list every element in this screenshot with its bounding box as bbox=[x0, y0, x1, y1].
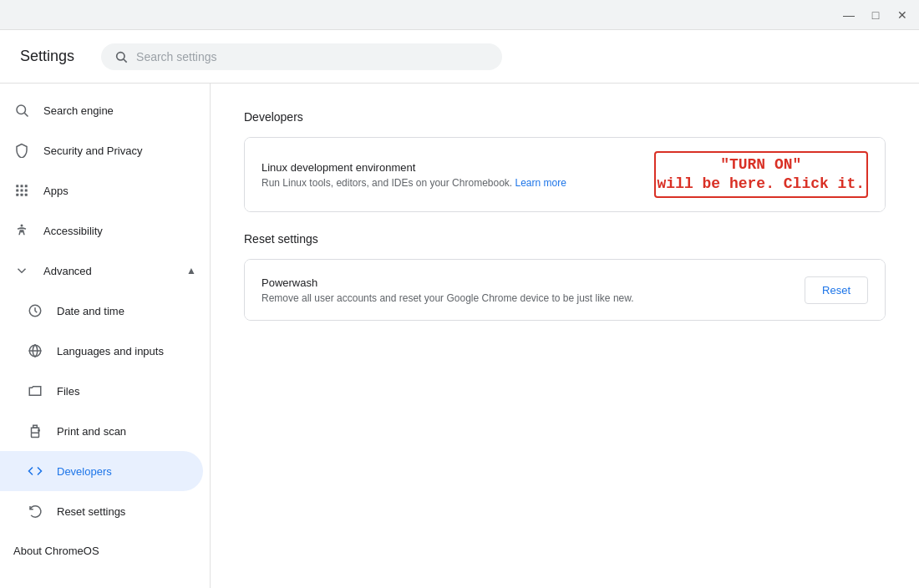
svg-rect-12 bbox=[25, 194, 28, 196]
sidebar-developers-label: Developers bbox=[57, 465, 112, 478]
sidebar-item-apps[interactable]: Apps bbox=[0, 170, 203, 210]
powerwash-desc: Remove all user accounts and reset your … bbox=[261, 292, 805, 304]
svg-rect-4 bbox=[16, 185, 18, 187]
svg-rect-9 bbox=[25, 190, 28, 192]
shield-icon bbox=[13, 142, 30, 159]
sidebar-item-accessibility[interactable]: Accessibility bbox=[0, 210, 203, 251]
sidebar-item-date-time[interactable]: Date and time bbox=[0, 291, 203, 331]
sidebar-reset-settings-label: Reset settings bbox=[57, 505, 125, 518]
linux-env-row[interactable]: Linux development environment Run Linux … bbox=[245, 138, 885, 211]
reset-settings-section-title: Reset settings bbox=[244, 232, 886, 246]
search-icon bbox=[114, 50, 128, 63]
sidebar-advanced-label: Advanced bbox=[43, 265, 92, 277]
linux-env-title: Linux development environment bbox=[261, 161, 641, 174]
sidebar-item-label: Search engine bbox=[43, 104, 114, 117]
sidebar-item-reset-settings[interactable]: Reset settings bbox=[0, 491, 203, 531]
powerwash-text: Powerwash Remove all user accounts and r… bbox=[261, 276, 805, 304]
powerwash-row: Powerwash Remove all user accounts and r… bbox=[245, 260, 885, 320]
print-icon bbox=[27, 423, 43, 439]
developers-section-title: Developers bbox=[244, 110, 886, 124]
svg-point-0 bbox=[117, 52, 124, 59]
sidebar-date-time-label: Date and time bbox=[57, 305, 124, 317]
svg-line-1 bbox=[124, 59, 127, 63]
sidebar-security-label: Security and Privacy bbox=[43, 144, 143, 157]
sidebar-item-print-scan[interactable]: Print and scan bbox=[0, 411, 203, 451]
svg-point-13 bbox=[21, 225, 23, 227]
learn-more-link[interactable]: Learn more bbox=[515, 177, 566, 189]
sidebar-accessibility-label: Accessibility bbox=[43, 225, 103, 237]
sidebar-item-security[interactable]: Security and Privacy bbox=[0, 130, 203, 170]
accessibility-icon bbox=[13, 222, 30, 239]
code-icon bbox=[27, 463, 43, 479]
svg-rect-5 bbox=[21, 185, 23, 187]
sidebar: Search engine Security and Privacy bbox=[0, 84, 211, 588]
search-bar[interactable] bbox=[101, 43, 502, 70]
svg-rect-10 bbox=[16, 194, 18, 196]
sidebar-item-developers[interactable]: Developers bbox=[0, 451, 203, 491]
folder-icon bbox=[27, 383, 43, 399]
powerwash-reset-button[interactable]: Reset bbox=[805, 276, 868, 304]
title-bar: — □ ✕ bbox=[0, 0, 919, 30]
main-layout: Search engine Security and Privacy bbox=[0, 84, 919, 588]
sidebar-item-search-engine[interactable]: Search engine bbox=[0, 90, 210, 130]
svg-rect-11 bbox=[21, 194, 23, 196]
sidebar-item-about-chromeos[interactable]: About ChromeOS bbox=[0, 531, 210, 564]
sidebar-item-files[interactable]: Files bbox=[0, 371, 203, 411]
advanced-icon bbox=[13, 262, 30, 279]
linux-env-action[interactable]: "TURN ON" will be here. Click it. bbox=[654, 151, 868, 198]
svg-rect-17 bbox=[33, 425, 38, 428]
sidebar-section-advanced[interactable]: Advanced ▲ bbox=[0, 251, 210, 291]
svg-rect-8 bbox=[21, 190, 23, 192]
search-input[interactable] bbox=[136, 50, 489, 63]
svg-point-2 bbox=[17, 105, 26, 114]
minimize-button[interactable]: — bbox=[839, 5, 859, 25]
powerwash-card: Powerwash Remove all user accounts and r… bbox=[244, 259, 886, 321]
apps-icon bbox=[13, 182, 30, 199]
search-engine-icon bbox=[13, 102, 30, 119]
svg-rect-6 bbox=[25, 185, 28, 187]
sidebar-files-label: Files bbox=[57, 385, 79, 398]
powerwash-title: Powerwash bbox=[261, 276, 805, 289]
sidebar-item-languages[interactable]: Languages and inputs bbox=[0, 331, 203, 371]
svg-rect-7 bbox=[16, 190, 18, 192]
globe-icon bbox=[27, 342, 43, 359]
svg-rect-16 bbox=[32, 433, 39, 437]
close-button[interactable]: ✕ bbox=[892, 5, 912, 25]
developers-section: Developers Linux development environment… bbox=[244, 110, 886, 212]
linux-env-desc: Run Linux tools, editors, and IDEs on yo… bbox=[261, 177, 641, 189]
content-area: Developers Linux development environment… bbox=[211, 84, 919, 588]
linux-env-text: Linux development environment Run Linux … bbox=[261, 161, 641, 189]
header: Settings bbox=[0, 30, 919, 84]
clock-icon bbox=[27, 302, 43, 319]
turn-on-annotation: "TURN ON" will be here. Click it. bbox=[658, 155, 865, 195]
svg-line-3 bbox=[24, 113, 28, 116]
window-controls: — □ ✕ bbox=[839, 5, 912, 25]
svg-point-18 bbox=[38, 430, 40, 432]
linux-env-card: Linux development environment Run Linux … bbox=[244, 137, 886, 212]
sidebar-apps-label: Apps bbox=[43, 185, 69, 197]
chevron-up-icon: ▲ bbox=[186, 265, 196, 276]
reset-settings-section: Reset settings Powerwash Remove all user… bbox=[244, 232, 886, 321]
maximize-button[interactable]: □ bbox=[866, 5, 886, 25]
reset-icon bbox=[27, 503, 43, 520]
sidebar-print-scan-label: Print and scan bbox=[57, 425, 126, 438]
sidebar-languages-label: Languages and inputs bbox=[57, 345, 164, 357]
app-title: Settings bbox=[20, 48, 74, 65]
